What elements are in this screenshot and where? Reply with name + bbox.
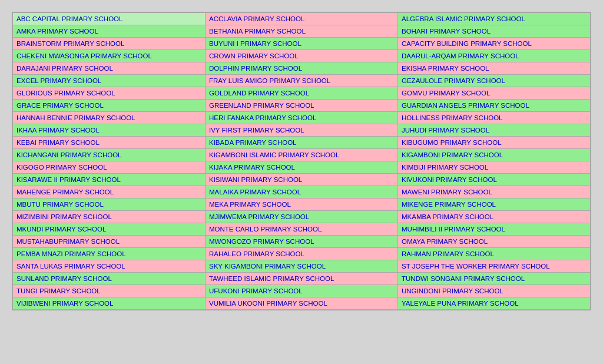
school-link[interactable]: SANTA LUKAS PRIMARY SCHOOL [16,263,125,270]
school-link[interactable]: ABC CAPITAL PRIMARY SCHOOL [16,15,122,22]
school-link[interactable]: RAHMAN PRIMARY SCHOOL [402,250,494,257]
table-row: MAHENGE PRIMARY SCHOOLMALAIKA PRIMARY SC… [13,186,591,198]
school-link[interactable]: KISARAWE II PRIMARY SCHOOL [16,176,121,183]
school-link[interactable]: JUHUDI PRIMARY SCHOOL [402,127,489,134]
school-link[interactable]: KIGAMBONI PRIMARY SCHOOL [402,151,503,158]
school-link[interactable]: KICHANGANI PRIMARY SCHOOL [16,151,122,158]
table-row: KISARAWE II PRIMARY SCHOOLKISIWANI PRIMA… [13,174,591,186]
school-link[interactable]: BOHARI PRIMARY SCHOOL [402,28,491,35]
school-link[interactable]: GEZAULOLE PRIMARY SCHOOL [402,77,505,84]
school-link[interactable]: DAARUL-ARQAM PRIMARY SCHOOL [402,52,519,59]
school-link[interactable]: EXCEL PRIMARY SCHOOL [16,77,101,84]
school-link[interactable]: GLORIOUS PRIMARY SCHOOL [16,90,115,97]
school-link[interactable]: KIVUKONI PRIMARY SCHOOL [402,176,497,183]
school-link[interactable]: CHEKENI MWASONGA PRIMARY SCHOOL [16,52,152,59]
school-link[interactable]: MEKA PRIMARY SCHOOL [209,201,291,208]
school-link[interactable]: BUYUNI I PRIMARY SCHOOL [209,40,302,47]
table-row: DARAJANI PRIMARY SCHOOLDOLPHIN PRIMARY S… [13,62,591,75]
school-link[interactable]: KIBUGUMO PRIMARY SCHOOL [402,139,502,146]
table-row: BRAINSTORM PRIMARY SCHOOLBUYUNI I PRIMAR… [13,38,591,50]
school-link[interactable]: IKHAA PRIMARY SCHOOL [16,127,100,134]
table-row: CHEKENI MWASONGA PRIMARY SCHOOLCROWN PRI… [13,50,591,62]
table-row: MIZIMBINI PRIMARY SCHOOLMJIMWEMA PRIMARY… [13,211,591,223]
table-row: PEMBA MNAZI PRIMARY SCHOOLRAHALEO PRIMAR… [13,248,591,260]
school-link[interactable]: HOLLINESS PRIMARY SCHOOL [402,114,503,121]
school-link[interactable]: YALEYALE PUNA PRIMARY SCHOOL [402,300,519,307]
school-link[interactable]: VIJIBWENI PRIMARY SCHOOL [16,300,113,307]
school-link[interactable]: ST JOSEPH THE WORKER PRIMARY SCHOOL [402,263,550,270]
school-link[interactable]: KISIWANI PRIMARY SCHOOL [209,176,302,183]
table-row: KIGOGO PRIMARY SCHOOLKIJAKA PRIMARY SCHO… [13,161,591,174]
school-link[interactable]: IVY FIRST PRIMARY SCHOOL [209,127,304,134]
school-link[interactable]: GREENLAND PRIMARY SCHOOL [209,102,314,109]
school-link[interactable]: MAHENGE PRIMARY SCHOOL [16,188,114,196]
school-link[interactable]: MUSTAHABUPRIMARY SCHOOL [16,238,120,245]
school-link[interactable]: AMKA PRIMARY SCHOOL [16,28,98,35]
school-link[interactable]: KIMBIJI PRIMARY SCHOOL [402,164,488,171]
school-link[interactable]: TUNGI PRIMARY SCHOOL [16,287,101,294]
school-link[interactable]: EKISHA PRIMARY SCHOOL [402,65,489,72]
table-row: GRACE PRIMARY SCHOOLGREENLAND PRIMARY SC… [13,100,591,112]
school-link[interactable]: FRAY LUIS AMIGO PRIMARY SCHOOL [209,77,330,84]
table-row: KEBAI PRIMARY SCHOOLKIBADA PRIMARY SCHOO… [13,137,591,149]
table-row: AMKA PRIMARY SCHOOLBETHANIA PRIMARY SCHO… [13,25,591,38]
school-link[interactable]: HANNAH BENNIE PRIMARY SCHOOL [16,114,135,121]
table-row: SUNLAND PRIMARY SCHOOLTAWHEED ISLAMIC PR… [13,273,591,285]
table-row: IKHAA PRIMARY SCHOOLIVY FIRST PRIMARY SC… [13,124,591,137]
school-link[interactable]: GUARDIAN ANGELS PRIMARY SCHOOL [402,102,529,109]
school-link[interactable]: TUNDWI SONGANI PRIMARY SCHOOL [402,275,525,282]
school-link[interactable]: KIGOGO PRIMARY SCHOOL [16,164,107,171]
school-link[interactable]: UFUKONI PRIMARY SCHOOL [209,287,303,294]
school-link[interactable]: MJIMWEMA PRIMARY SCHOOL [209,213,309,220]
school-link[interactable]: DARAJANI PRIMARY SCHOOL [16,65,113,72]
school-link[interactable]: MIZIMBINI PRIMARY SCHOOL [16,213,112,220]
table-row: VIJIBWENI PRIMARY SCHOOLVUMILIA UKOONI P… [13,297,591,310]
school-link[interactable]: KEBAI PRIMARY SCHOOL [16,139,100,146]
school-link[interactable]: ACCLAVIA PRIMARY SCHOOL [209,15,304,22]
school-link[interactable]: CAPACITY BUILDING PRIMARY SCHOOL [402,40,532,47]
school-link[interactable]: MIKENGE PRIMARY SCHOOL [402,201,496,208]
school-link[interactable]: KIGAMBONI ISLAMIC PRIMARY SCHOOL [209,151,339,158]
school-link[interactable]: OMAYA PRIMARY SCHOOL [402,238,488,245]
school-link[interactable]: CROWN PRIMARY SCHOOL [209,52,299,59]
school-link[interactable]: MUHIMBILI II PRIMARY SCHOOL [402,226,505,233]
school-link[interactable]: RAHALEO PRIMARY SCHOOL [209,250,304,257]
table-row: ABC CAPITAL PRIMARY SCHOOLACCLAVIA PRIMA… [13,13,591,25]
school-link[interactable]: SKY KIGAMBONI PRIMARY SCHOOL [209,263,326,270]
school-link[interactable]: VUMILIA UKOONI PRIMARY SCHOOL [209,300,327,307]
school-link[interactable]: MALAIKA PRIMARY SCHOOL [209,188,301,196]
school-link[interactable]: ALGEBRA ISLAMIC PRIMARY SCHOOL [402,15,525,22]
table-row: GLORIOUS PRIMARY SCHOOLGOLDLAND PRIMARY … [13,87,591,100]
school-link[interactable]: MONTE CARLO PRIMARY SCHOOL [209,226,322,233]
school-link[interactable]: DOLPHIN PRIMARY SCHOOL [209,65,302,72]
schools-table-container: ABC CAPITAL PRIMARY SCHOOLACCLAVIA PRIMA… [12,12,591,310]
table-row: TUNGI PRIMARY SCHOOLUFUKONI PRIMARY SCHO… [13,285,591,297]
school-link[interactable]: GOLDLAND PRIMARY SCHOOL [209,90,309,97]
school-link[interactable]: KIJAKA PRIMARY SCHOOL [209,164,295,171]
school-link[interactable]: TAWHEED ISLAMIC PRIMARY SCHOOL [209,275,334,282]
school-link[interactable]: SUNLAND PRIMARY SCHOOL [16,275,112,282]
school-link[interactable]: KIBADA PRIMARY SCHOOL [209,139,296,146]
school-link[interactable]: GOMVU PRIMARY SCHOOL [402,90,490,97]
schools-table: ABC CAPITAL PRIMARY SCHOOLACCLAVIA PRIMA… [12,12,591,310]
table-row: SANTA LUKAS PRIMARY SCHOOLSKY KIGAMBONI … [13,260,591,273]
table-row: KICHANGANI PRIMARY SCHOOLKIGAMBONI ISLAM… [13,149,591,161]
school-link[interactable]: MKAMBA PRIMARY SCHOOL [402,213,493,220]
school-link[interactable]: HERI FANAKA PRIMARY SCHOOL [209,114,316,121]
school-link[interactable]: UNGINDONI PRIMARY SCHOOL [402,287,503,294]
school-link[interactable]: MBUTU PRIMARY SCHOOL [16,201,104,208]
school-link[interactable]: MAWENI PRIMARY SCHOOL [402,188,492,196]
school-link[interactable]: PEMBA MNAZI PRIMARY SCHOOL [16,250,126,257]
table-row: MKUNDI PRIMARY SCHOOLMONTE CARLO PRIMARY… [13,223,591,236]
school-link[interactable]: BRAINSTORM PRIMARY SCHOOL [16,40,124,47]
school-link[interactable]: MKUNDI PRIMARY SCHOOL [16,226,106,233]
table-row: HANNAH BENNIE PRIMARY SCHOOLHERI FANAKA … [13,112,591,124]
table-row: MUSTAHABUPRIMARY SCHOOLMWONGOZO PRIMARY … [13,236,591,248]
table-row: EXCEL PRIMARY SCHOOLFRAY LUIS AMIGO PRIM… [13,75,591,87]
school-link[interactable]: BETHANIA PRIMARY SCHOOL [209,28,306,35]
table-row: MBUTU PRIMARY SCHOOLMEKA PRIMARY SCHOOLM… [13,198,591,211]
school-link[interactable]: MWONGOZO PRIMARY SCHOOL [209,238,314,245]
school-link[interactable]: GRACE PRIMARY SCHOOL [16,102,104,109]
